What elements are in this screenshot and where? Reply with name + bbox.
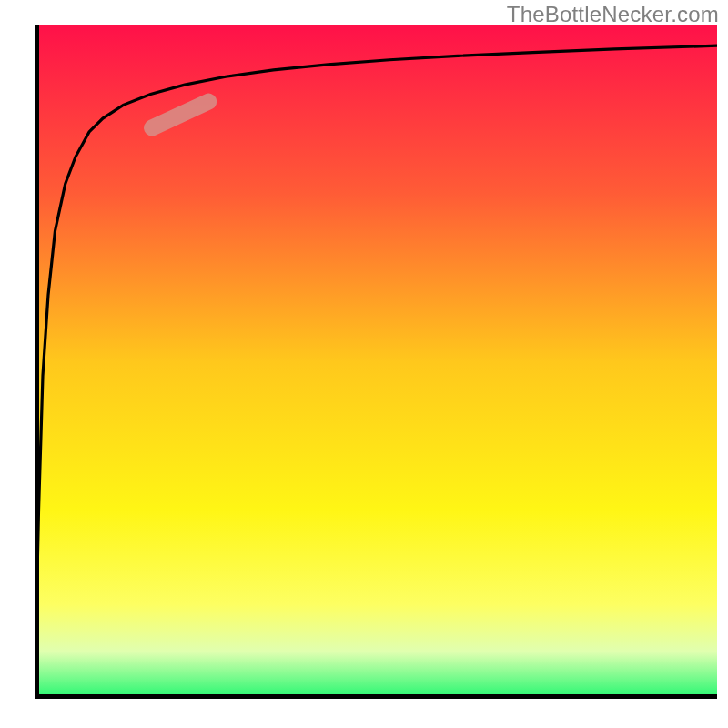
bottleneck-chart: [35, 25, 717, 699]
chart-background: [35, 25, 717, 699]
watermark-text: TheBottleNecker.com: [507, 2, 719, 27]
chart-svg: [35, 25, 717, 699]
